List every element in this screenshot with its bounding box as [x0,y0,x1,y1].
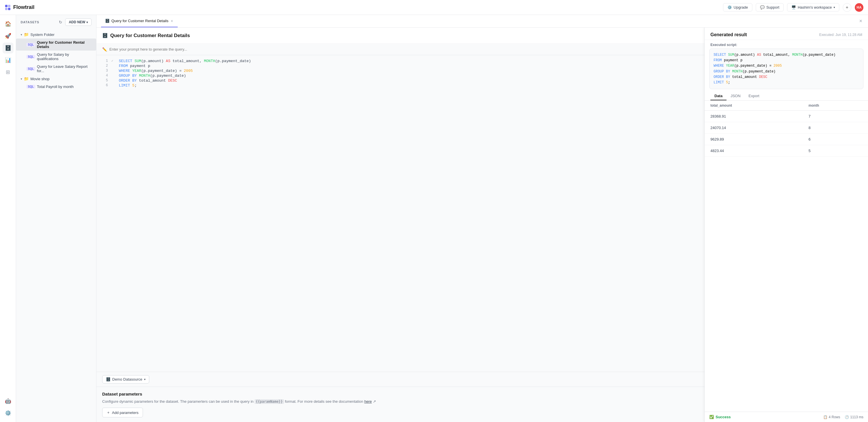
result-code-line-3: WHERE YEAR(p.payment_date) = 2005 [714,63,859,69]
rows-count: 📋 4 Rows [823,415,840,419]
datasource-button[interactable]: 🗄️ Demo Datasource ▾ [102,375,149,384]
sidebar-settings-icon[interactable]: ⚙️ [3,407,13,419]
chevron-down-icon: ▾ [21,77,22,81]
sql-badge: SQL [26,43,35,47]
logo-icon [5,4,11,11]
success-badge: ✅ Success [709,415,731,419]
sidebar-home-icon[interactable]: 🏠 [3,19,13,29]
chevron-down-icon: ▾ [86,21,88,24]
prompt-icon: ✏️ [102,47,107,52]
rows-icon: 📋 [823,415,828,419]
sidebar-icon-panel: 🏠 🚀 🗄️ 📊 ⊞ 🤖 ⚙️ [0,15,16,422]
dataset-item-salary[interactable]: SQL Query for Salary by qualifications [16,51,96,63]
query-icon: 🗄️ [102,33,108,38]
workspace-button[interactable]: 🖥️ Hashim's workspace ▾ [787,3,839,11]
datasource-icon: 🗄️ [106,377,111,382]
new-button[interactable]: + [843,3,851,12]
app-logo: Flowtrail [5,4,34,11]
result-header: Generated result Executed: Jun 19, 11:28… [705,28,868,40]
tab-bar: 🗄️ Query for Customer Rental Details × × [96,15,868,28]
query-area: 🗄️ Query for Customer Rental Details 💾 S… [96,28,868,422]
timing: 🕐 1113 ms [845,415,863,419]
col-month: month [803,101,868,111]
clock-icon: 🕐 [845,415,849,419]
upgrade-button[interactable]: ⚙️ Upgrade [723,3,752,11]
sql-badge: SQL [26,85,35,88]
tab-query[interactable]: 🗄️ Query for Customer Rental Details × [101,15,178,27]
sidebar-grid-icon[interactable]: ⊞ [3,67,13,78]
folder-name: System Folder [30,32,55,37]
external-link-icon: ↗ [373,399,376,403]
result-code-box: SELECT SUM(p.amount) AS total_amount, MO… [709,49,863,89]
support-icon: 💬 [760,5,765,9]
workspace-icon: 🖥️ [792,5,796,9]
upgrade-icon: ⚙️ [727,5,732,9]
chevron-down-icon: ▾ [144,378,146,381]
add-params-button[interactable]: ＋ Add parameters [102,407,143,417]
tab-close-button[interactable]: × [170,19,174,23]
result-tab-data[interactable]: Data [710,92,726,100]
sql-badge: SQL [26,55,35,59]
result-code-line-6: LIMIT 5; [714,80,859,85]
avatar: HA [855,3,863,12]
sql-badge: SQL [26,67,35,71]
folder-system[interactable]: ▾ 📁 System Folder [16,30,96,38]
sidebar-chart-icon[interactable]: 📊 [3,55,13,65]
folder-icon: 📁 [24,77,29,81]
folder-movieshop[interactable]: ▾ 📁 Movie shop [16,75,96,83]
sidebar-rocket-icon[interactable]: 🚀 [3,30,13,41]
result-tabs: Data JSON Export [705,89,868,101]
query-title: Query for Customer Rental Details [110,33,190,38]
check-icon: ✅ [709,415,714,419]
folder-icon: 📁 [24,32,29,37]
sidebar-database-icon[interactable]: 🗄️ [3,43,13,54]
folder-name: Movie shop [30,77,50,81]
result-panel: Generated result Executed: Jun 19, 11:28… [704,28,868,422]
refresh-button[interactable]: ↻ [58,19,63,25]
datasets-panel: DATASETS ↻ ADD NEW ▾ ▾ 📁 System Folder S… [16,15,96,422]
chevron-down-icon: ▾ [21,33,22,36]
dataset-item-leave[interactable]: SQL Query for Leave Salary Report for... [16,63,96,75]
svg-rect-0 [5,5,7,7]
result-code-line-4: GROUP BY MONTH(p.payment_date) [714,69,859,75]
plus-icon: ＋ [106,410,110,415]
table-row: 24070.14 8 [705,122,868,134]
result-executed: Executed: Jun 19, 11:28 AM [819,33,862,37]
datasets-title: DATASETS [21,21,56,24]
params-doc-link[interactable]: here [364,399,372,403]
table-row: 4823.44 5 [705,145,868,157]
result-title: Generated result [710,32,819,37]
col-total-amount: total_amount [705,101,803,111]
result-code-line-2: FROM payment p [714,58,859,63]
result-code-line-1: SELECT SUM(p.amount) AS total_amount, MO… [714,52,859,58]
dataset-item-rental[interactable]: SQL Query for Customer Rental Details [16,38,96,51]
table-row: 28368.91 7 [705,111,868,122]
table-row: 9629.89 6 [705,134,868,145]
result-tab-export[interactable]: Export [745,92,764,100]
result-table: total_amount month 28368.91 7 24070.14 [705,101,868,412]
svg-rect-2 [5,7,7,10]
result-tab-json[interactable]: JSON [726,92,745,100]
chevron-down-icon: ▾ [834,6,835,9]
add-new-button[interactable]: ADD NEW ▾ [65,19,92,26]
datasets-list: ▾ 📁 System Folder SQL Query for Customer… [16,29,96,422]
datasets-header: DATASETS ↻ ADD NEW ▾ [16,15,96,29]
sidebar-robot-icon[interactable]: 🤖 [3,396,13,406]
close-main-button[interactable]: × [858,17,863,25]
result-script-label: Executed script: [705,40,868,49]
result-code-line-5: ORDER BY total_amount DESC [714,75,859,80]
result-footer: ✅ Success 📋 4 Rows 🕐 1113 ms [705,412,868,422]
support-button[interactable]: 💬 Support [756,3,784,11]
svg-rect-1 [8,5,10,7]
dataset-item-payroll[interactable]: SQL Total Payroll by month [16,83,96,90]
main-content: 🗄️ Query for Customer Rental Details × ×… [96,15,868,422]
svg-rect-3 [8,7,10,10]
tab-db-icon: 🗄️ [105,19,110,23]
